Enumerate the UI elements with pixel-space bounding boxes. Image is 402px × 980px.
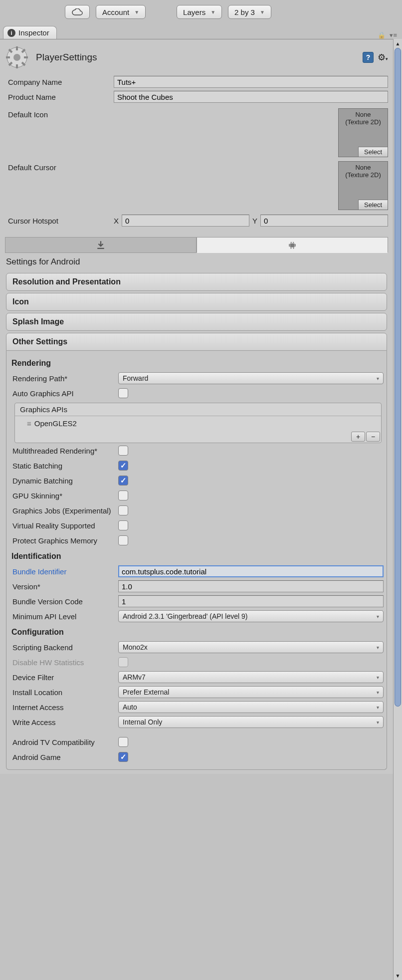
- disable-hw-stats-label: Disable HW Statistics: [9, 658, 118, 667]
- layout-label: 2 by 3: [234, 8, 255, 16]
- install-location-value: Prefer External: [123, 688, 169, 696]
- other-settings-body: Rendering Rendering Path* Forward Auto G…: [6, 351, 387, 770]
- rendering-path-label: Rendering Path*: [9, 374, 118, 383]
- svg-rect-14: [295, 244, 296, 247]
- scripting-backend-value: Mono2x: [123, 643, 148, 651]
- default-cursor-label: Default Cursor: [5, 161, 114, 172]
- write-access-label: Write Access: [9, 718, 118, 727]
- y-label: Y: [252, 217, 257, 225]
- scripting-backend-label: Scripting Backend: [9, 643, 118, 652]
- internet-access-dropdown[interactable]: Auto: [118, 701, 384, 713]
- scrollbar-thumb[interactable]: [395, 48, 401, 707]
- layout-dropdown[interactable]: 2 by 3 ▼: [228, 5, 271, 19]
- tab-bar: i Inspector 🔒 ▾≡: [0, 24, 402, 39]
- default-icon-select-button[interactable]: Select: [358, 147, 388, 157]
- version-input[interactable]: [118, 580, 384, 592]
- foldout-icon[interactable]: Icon: [6, 293, 387, 311]
- bundle-version-code-input[interactable]: [118, 595, 384, 607]
- cursor-hotspot-y-input[interactable]: [260, 215, 388, 227]
- svg-rect-13: [289, 244, 290, 247]
- rendering-path-value: Forward: [123, 374, 148, 382]
- rendering-path-dropdown[interactable]: Forward: [118, 372, 384, 384]
- static-batching-label: Static Batching: [9, 462, 118, 470]
- android-tv-compat-checkbox[interactable]: [118, 737, 128, 747]
- min-api-level-dropdown[interactable]: Android 2.3.1 'Gingerbread' (API level 9…: [118, 610, 384, 622]
- cloud-button[interactable]: [65, 5, 90, 19]
- drag-handle-icon[interactable]: ≡: [27, 419, 30, 428]
- version-label: Version*: [9, 582, 118, 591]
- internet-access-label: Internet Access: [9, 703, 118, 712]
- protect-mem-checkbox[interactable]: [118, 535, 128, 545]
- graphics-jobs-label: Graphics Jobs (Experimental): [9, 506, 118, 515]
- default-icon-type: (Texture 2D): [339, 118, 388, 126]
- tab-label: Inspector: [18, 28, 49, 37]
- default-icon-slot[interactable]: None (Texture 2D) Select: [338, 108, 388, 157]
- graphics-api-item[interactable]: ≡ OpenGLES2: [15, 416, 381, 431]
- foldout-splash[interactable]: Splash Image: [6, 313, 387, 331]
- help-button[interactable]: ?: [363, 52, 374, 63]
- account-label: Account: [102, 8, 129, 16]
- bundle-identifier-label: Bundle Identifier: [9, 567, 118, 576]
- context-menu-icon[interactable]: ▾≡: [390, 31, 397, 39]
- scroll-up-arrow[interactable]: ▲: [394, 39, 402, 48]
- layers-label: Layers: [183, 8, 205, 16]
- graphics-apis-header: Graphics APIs: [15, 403, 381, 416]
- graphics-jobs-checkbox[interactable]: [118, 505, 128, 515]
- device-filter-dropdown[interactable]: ARMv7: [118, 671, 384, 683]
- svg-point-11: [291, 242, 292, 243]
- foldout-resolution[interactable]: Resolution and Presentation: [6, 273, 387, 291]
- settings-menu-button[interactable]: ⚙▾: [378, 52, 388, 63]
- android-game-checkbox[interactable]: [118, 752, 128, 762]
- default-cursor-none: None: [339, 164, 388, 171]
- graphics-apis-list: Graphics APIs ≡ OpenGLES2 + −: [14, 403, 382, 443]
- bundle-identifier-input[interactable]: [118, 565, 384, 577]
- write-access-value: Internal Only: [123, 718, 162, 726]
- cloud-icon: [72, 8, 83, 15]
- vertical-scrollbar[interactable]: ▲ ▼: [393, 39, 402, 980]
- default-cursor-select-button[interactable]: Select: [358, 200, 388, 210]
- player-settings-panel: PlayerSettings ? ⚙▾ Company Name Product…: [0, 39, 393, 774]
- default-cursor-slot[interactable]: None (Texture 2D) Select: [338, 161, 388, 210]
- svg-point-1: [13, 54, 20, 61]
- account-dropdown[interactable]: Account ▼: [96, 5, 146, 19]
- protect-mem-label: Protect Graphics Memory: [9, 536, 118, 545]
- multithreaded-label: Multithreaded Rendering*: [9, 447, 118, 455]
- top-toolbar: Account ▼ Layers ▼ 2 by 3 ▼: [0, 0, 402, 24]
- configuration-header: Configuration: [9, 624, 384, 640]
- company-name-label: Company Name: [5, 78, 114, 86]
- product-name-label: Product Name: [5, 93, 114, 101]
- gpu-skinning-checkbox[interactable]: [118, 490, 128, 500]
- add-api-button[interactable]: +: [351, 432, 365, 442]
- scroll-down-arrow[interactable]: ▼: [394, 971, 402, 980]
- auto-graphics-api-checkbox[interactable]: [118, 388, 128, 398]
- info-icon: i: [7, 29, 15, 37]
- layers-dropdown[interactable]: Layers ▼: [177, 5, 222, 19]
- static-batching-checkbox[interactable]: [118, 461, 128, 471]
- rendering-header: Rendering: [9, 355, 384, 371]
- default-icon-label: Default Icon: [5, 108, 114, 119]
- lock-icon[interactable]: 🔒: [378, 31, 386, 39]
- svg-rect-15: [291, 247, 292, 249]
- write-access-dropdown[interactable]: Internal Only: [118, 716, 384, 728]
- scripting-backend-dropdown[interactable]: Mono2x: [118, 641, 384, 653]
- tab-inspector[interactable]: i Inspector: [3, 26, 57, 39]
- multithreaded-checkbox[interactable]: [118, 446, 128, 456]
- android-icon: [288, 241, 297, 249]
- android-tv-compat-label: Android TV Compatibility: [9, 738, 118, 746]
- device-filter-label: Device Filter: [9, 673, 118, 682]
- dynamic-batching-checkbox[interactable]: [118, 476, 128, 486]
- product-name-input[interactable]: [114, 91, 388, 103]
- vr-supported-checkbox[interactable]: [118, 520, 128, 530]
- foldout-other-settings[interactable]: Other Settings: [6, 333, 387, 351]
- remove-api-button[interactable]: −: [366, 432, 380, 442]
- min-api-level-value: Android 2.3.1 'Gingerbread' (API level 9…: [123, 612, 247, 620]
- gpu-skinning-label: GPU Skinning*: [9, 491, 118, 500]
- install-location-dropdown[interactable]: Prefer External: [118, 686, 384, 698]
- cursor-hotspot-x-input[interactable]: [122, 215, 249, 227]
- platform-tab-android[interactable]: [197, 237, 388, 253]
- platform-tab-standalone[interactable]: [5, 237, 197, 253]
- auto-graphics-api-label: Auto Graphics API: [9, 389, 118, 398]
- company-name-input[interactable]: [114, 76, 388, 88]
- caret-down-icon: ▼: [134, 9, 139, 15]
- page-title: PlayerSettings: [36, 52, 97, 63]
